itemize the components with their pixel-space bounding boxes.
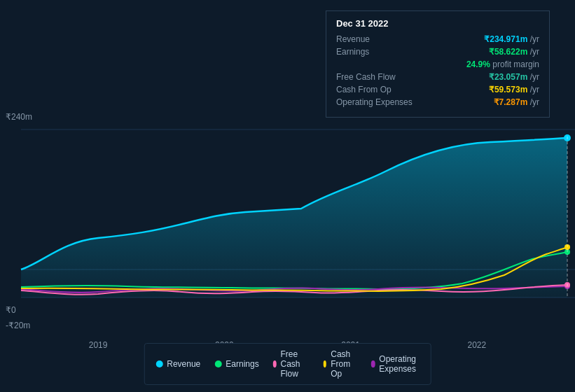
tooltip-row-cashop: Cash From Op ₹59.573m /yr (336, 85, 539, 94)
legend-dot-revenue (155, 360, 162, 368)
legend-item-opex[interactable]: Operating Expenses (371, 354, 420, 374)
tooltip-date: Dec 31 2022 (336, 18, 539, 29)
tooltip-row-revenue: Revenue ₹234.971m /yr (336, 34, 539, 44)
legend-item-cashop[interactable]: Cash From Op (323, 349, 357, 379)
chart-container: Dec 31 2022 Revenue ₹234.971m /yr Earnin… (0, 0, 575, 392)
tooltip-value-cashop: ₹59.573m /yr (489, 85, 539, 94)
tooltip-value-revenue: ₹234.971m /yr (484, 34, 539, 44)
legend-dot-fcf (273, 360, 277, 368)
tooltip-row-margin: 24.9% profit margin (336, 59, 539, 69)
tooltip-row-opex: Operating Expenses ₹7.287m /yr (336, 97, 539, 107)
tooltip-row-fcf: Free Cash Flow ₹23.057m /yr (336, 72, 539, 82)
tooltip-row-earnings: Earnings ₹58.622m /yr (336, 47, 539, 57)
tooltip-label-cashop: Cash From Op (336, 85, 427, 94)
legend-label-opex: Operating Expenses (379, 354, 419, 374)
tooltip-value-earnings: ₹58.622m /yr (489, 47, 539, 57)
tooltip-value-opex: ₹7.287m /yr (494, 97, 539, 107)
legend-item-fcf[interactable]: Free Cash Flow (273, 349, 310, 379)
legend-label-revenue: Revenue (167, 359, 200, 369)
tooltip-label-fcf: Free Cash Flow (336, 72, 427, 82)
legend-label-fcf: Free Cash Flow (281, 349, 310, 379)
tooltip-box: Dec 31 2022 Revenue ₹234.971m /yr Earnin… (326, 10, 550, 118)
legend-dot-earnings (214, 360, 221, 368)
tooltip-value-margin: 24.9% profit margin (466, 59, 539, 69)
tooltip-label-earnings: Earnings (336, 47, 427, 57)
tooltip-label-opex: Operating Expenses (336, 97, 427, 107)
legend-dot-opex (371, 360, 375, 368)
x-label-2019: 2019 (89, 340, 108, 350)
legend-label-earnings: Earnings (226, 359, 258, 369)
chart-svg (0, 108, 575, 346)
tooltip-label-revenue: Revenue (336, 34, 427, 44)
legend-item-earnings[interactable]: Earnings (214, 359, 258, 369)
legend-label-cashop: Cash From Op (331, 349, 357, 379)
legend: Revenue Earnings Free Cash Flow Cash Fro… (144, 343, 431, 385)
x-label-2022: 2022 (468, 340, 487, 350)
tooltip-value-fcf: ₹23.057m /yr (489, 72, 539, 82)
legend-item-revenue[interactable]: Revenue (155, 359, 200, 369)
legend-dot-cashop (323, 360, 326, 368)
